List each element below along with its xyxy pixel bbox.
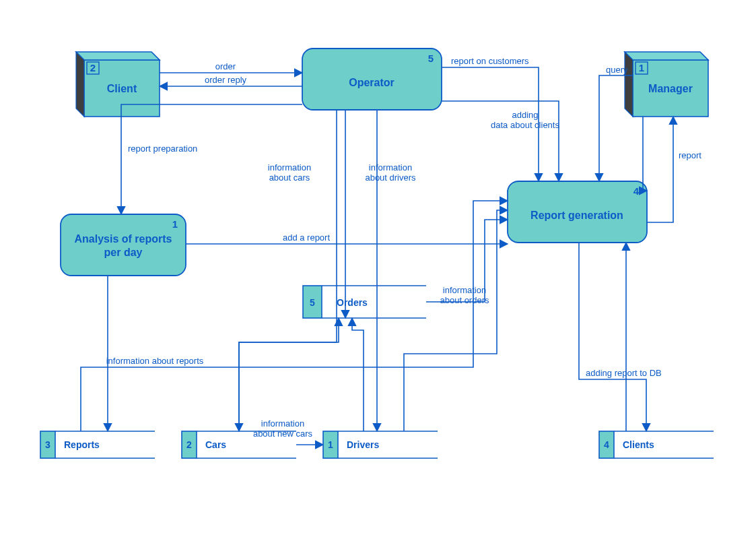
flow-info-orders-label1: information: [443, 285, 486, 295]
svg-marker-2: [76, 52, 160, 60]
clients-label: Clients: [623, 439, 654, 450]
analysis-label: Analysis of reports: [75, 233, 172, 245]
flow-report: [647, 117, 673, 222]
flow-report-label: report: [679, 150, 701, 160]
flow-drivers-to-orders: [352, 318, 364, 431]
datastore-clients: 4 Clients: [599, 431, 714, 458]
flow-cars-to-orders: [239, 318, 339, 431]
flow-query: [643, 117, 647, 191]
cars-num: 2: [186, 439, 192, 450]
flow-report-preparation: [121, 104, 302, 214]
flow-query-label: query: [606, 65, 628, 75]
flow-info-cars: [239, 110, 337, 431]
clients-num: 4: [604, 439, 609, 450]
flow-adding-report-db: [579, 243, 646, 431]
client-num: 2: [90, 62, 96, 73]
datastore-reports: 3 Reports: [40, 431, 155, 458]
flow-order-label: order: [215, 61, 236, 71]
flow-report-on-customers-label: report on customers: [451, 56, 529, 66]
drivers-label: Drivers: [347, 439, 379, 450]
analysis-label2: per day: [104, 247, 143, 258]
flow-adding-report-db-label: adding report to DB: [586, 368, 662, 378]
flow-adding-data-clients-label2: data about clients: [491, 120, 559, 130]
flow-report-preparation-label: report preparation: [128, 144, 197, 154]
flow-add-a-report-label: add a report: [283, 232, 330, 243]
orders-num: 5: [310, 297, 315, 308]
reportgen-num: 4: [633, 185, 640, 197]
datastore-drivers: 1 Drivers: [323, 431, 438, 458]
flow-info-drivers-label2: about drivers: [365, 172, 416, 183]
flow-info-new-cars-label2: about new cars: [253, 429, 313, 439]
flow-info-orders-label2: about orders: [440, 295, 489, 305]
datastore-orders: 5 Orders: [303, 286, 426, 318]
svg-marker-7: [625, 52, 708, 60]
operator-label: Operator: [349, 77, 394, 88]
process-reportgen: 4 Report generation: [508, 181, 647, 243]
svg-marker-3: [76, 52, 84, 117]
reportgen-label: Report generation: [530, 210, 623, 221]
svg-marker-8: [625, 52, 633, 117]
external-manager: 1 Manager: [625, 52, 708, 117]
flow-order-reply-label: order reply: [205, 75, 247, 85]
operator-num: 5: [428, 53, 434, 64]
flow-info-drivers-label1: information: [369, 162, 412, 172]
client-label: Client: [107, 83, 137, 94]
manager-label: Manager: [648, 83, 693, 94]
external-client: 2 Client: [76, 52, 160, 117]
reports-num: 3: [45, 439, 50, 450]
drivers-num: 1: [328, 439, 333, 450]
flow-info-cars-label1: information: [268, 162, 311, 172]
analysis-num: 1: [172, 218, 178, 230]
flow-adding-data-clients: [442, 101, 559, 181]
process-analysis: 1 Analysis of reports per day: [61, 214, 186, 276]
reports-label: Reports: [64, 439, 100, 450]
flow-info-cars-label2: about cars: [269, 172, 310, 183]
svg-rect-12: [61, 214, 186, 276]
manager-num: 1: [639, 62, 644, 73]
flow-adding-data-clients-label1: adding: [512, 110, 538, 120]
flow-info-about-reports-label: information about reports: [106, 356, 204, 366]
orders-label: Orders: [337, 297, 368, 308]
cars-label: Cars: [205, 439, 226, 450]
process-operator: 5 Operator: [302, 49, 442, 110]
flow-info-new-cars-label1: information: [261, 418, 304, 429]
